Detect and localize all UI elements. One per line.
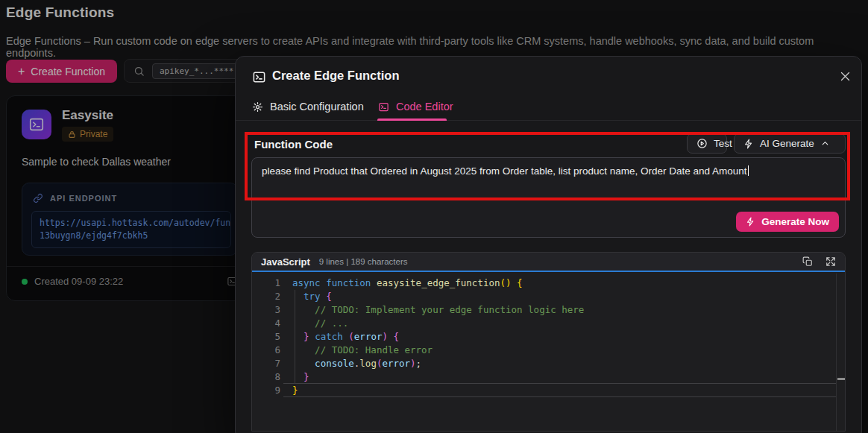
language-label: JavaScript: [261, 256, 310, 268]
expand-icon[interactable]: [825, 256, 836, 267]
tab-basic-configuration[interactable]: Basic Configuration: [252, 101, 364, 113]
tab-code-editor[interactable]: Code Editor: [378, 101, 453, 113]
generate-now-button[interactable]: Generate Now: [736, 212, 839, 232]
prompt-input[interactable]: please find Product that Ordered in Augu…: [262, 165, 837, 178]
gear-icon: [252, 101, 263, 113]
terminal-icon: [252, 70, 266, 84]
code-line[interactable]: async function easysite_edge_function() …: [292, 276, 834, 290]
terminal-icon: [378, 101, 389, 113]
editor-code-lines: async function easysite_edge_function() …: [292, 276, 834, 397]
ai-generate-panel: please find Product that Ordered in Augu…: [251, 157, 846, 238]
code-line[interactable]: }: [292, 384, 834, 397]
code-editor-header: JavaScript 9 lines | 189 characters: [252, 253, 845, 272]
play-circle-icon: [696, 138, 708, 149]
line-number: 7: [252, 357, 280, 370]
code-line[interactable]: // ...: [292, 317, 834, 330]
editor-stats: 9 lines | 189 characters: [319, 257, 408, 266]
chevron-up-icon: [820, 139, 830, 148]
tab-code-label: Code Editor: [396, 101, 453, 113]
text-caret: [748, 165, 749, 176]
test-button[interactable]: Test: [687, 133, 727, 154]
code-area[interactable]: 123456789 async function easysite_edge_f…: [252, 274, 845, 431]
ai-generate-label: AI Generate: [760, 138, 814, 149]
code-line[interactable]: // TODO: Handle error: [292, 344, 834, 357]
lightning-icon: [746, 217, 755, 227]
function-code-title: Function Code: [254, 138, 333, 151]
line-number: 8: [252, 370, 280, 384]
code-line[interactable]: } catch (error) {: [292, 330, 834, 344]
tab-basic-label: Basic Configuration: [270, 101, 364, 113]
modal-title: Create Edge Function: [272, 69, 400, 83]
line-number: 9: [252, 384, 280, 397]
generate-now-label: Generate Now: [761, 216, 829, 227]
line-number: 1: [252, 276, 280, 290]
code-line[interactable]: }: [292, 370, 834, 384]
line-number: 6: [252, 344, 280, 357]
active-tab-underline: [377, 118, 447, 121]
line-number: 2: [252, 290, 280, 303]
create-edge-function-modal: Create Edge Function Basic Configuration…: [235, 56, 862, 433]
ai-generate-button[interactable]: AI Generate: [734, 133, 846, 154]
code-line[interactable]: // TODO: Implement your edge function lo…: [292, 303, 834, 317]
scrollbar-thumb[interactable]: [837, 378, 846, 380]
tabs-divider: [236, 120, 861, 121]
line-number: 5: [252, 330, 280, 344]
code-editor: JavaScript 9 lines | 189 characters 1234…: [251, 252, 846, 432]
editor-gutter: 123456789: [252, 276, 280, 397]
editor-scrollbar[interactable]: [836, 274, 846, 431]
code-line[interactable]: try {: [292, 290, 834, 303]
lightning-icon: [743, 139, 754, 149]
line-number: 3: [252, 303, 280, 317]
copy-icon[interactable]: [802, 256, 813, 267]
test-label: Test: [714, 138, 732, 149]
code-line[interactable]: console.log(error);: [292, 357, 834, 370]
line-number: 4: [252, 317, 280, 330]
close-icon[interactable]: [837, 68, 853, 84]
